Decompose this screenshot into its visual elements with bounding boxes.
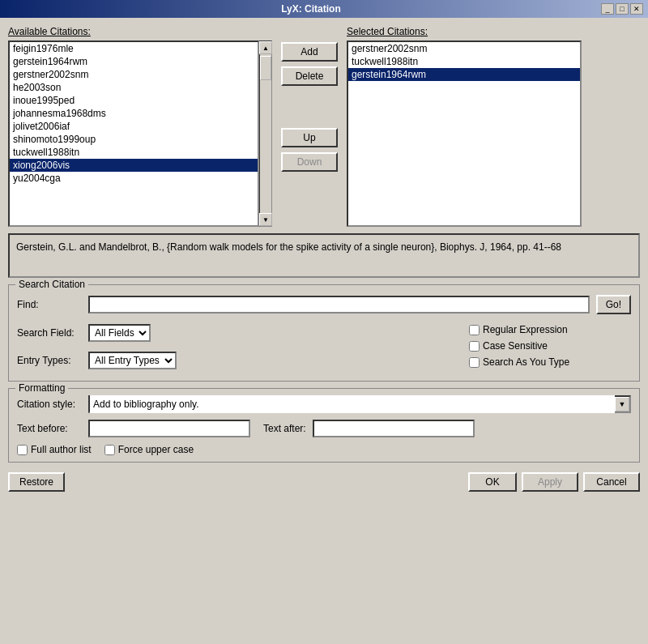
restore-button[interactable]: Restore	[8, 472, 65, 492]
case-sensitive-checkbox[interactable]	[469, 341, 480, 352]
dialog-body: Available Citations: feigin1976mle gerst…	[0, 18, 648, 644]
list-item[interactable]: gerstner2002snm	[10, 68, 258, 81]
entry-types-dropdown[interactable]: All Entry Types	[90, 353, 175, 368]
list-item[interactable]: tuckwell1988itn	[10, 146, 258, 159]
text-after-input[interactable]	[313, 420, 475, 437]
minimize-button[interactable]: _	[601, 3, 614, 15]
cancel-button[interactable]: Cancel	[583, 472, 640, 492]
selected-item[interactable]: tuckwell1988itn	[348, 55, 580, 68]
search-section: Search Citation Find: Go! Search Field: …	[8, 284, 640, 382]
text-after-label: Text after:	[263, 423, 306, 434]
list-item[interactable]: inoue1995ped	[10, 94, 258, 107]
search-as-you-type-row: Search As You Type	[469, 356, 631, 368]
search-as-you-type-checkbox[interactable]	[469, 357, 480, 368]
middle-buttons: Add Delete Up Down	[277, 26, 342, 172]
up-button[interactable]: Up	[281, 128, 338, 147]
bottom-right-buttons: OK Apply Cancel	[468, 472, 640, 492]
search-legend: Search Citation	[15, 279, 88, 290]
list-item[interactable]: shinomoto1999oup	[10, 133, 258, 146]
maximize-button[interactable]: □	[616, 3, 629, 15]
scroll-up-arrow[interactable]: ▲	[259, 41, 272, 54]
text-before-after-row: Text before: Text after:	[17, 420, 631, 437]
add-button[interactable]: Add	[281, 42, 338, 62]
bottom-bar: Restore OK Apply Cancel	[8, 469, 640, 492]
scroll-thumb[interactable]	[260, 56, 271, 80]
find-label: Find:	[17, 299, 82, 310]
list-item[interactable]: johannesma1968dms	[10, 107, 258, 120]
citation-style-dropdown-arrow[interactable]: ▼	[615, 397, 629, 412]
delete-button[interactable]: Delete	[281, 66, 338, 86]
list-item[interactable]: he2003son	[10, 81, 258, 94]
title-bar: LyX: Citation _ □ ✕	[0, 0, 648, 18]
text-before-input[interactable]	[88, 420, 250, 437]
search-field-label: Search Field:	[17, 327, 82, 339]
search-inner: Find: Go! Search Field: All Fields	[17, 292, 631, 374]
formatting-legend: Formatting	[15, 382, 68, 394]
selected-label: Selected Citations:	[347, 26, 582, 37]
search-as-you-type-label: Search As You Type	[483, 356, 569, 368]
citation-info-box: Gerstein, G.L. and Mandelbrot, B., {Rand…	[8, 233, 640, 278]
search-field-row: Search Field: All Fields	[17, 324, 461, 342]
citation-style-value: Add to bibliography only.	[90, 395, 615, 413]
available-scrollbar[interactable]: ▲ ▼	[259, 41, 272, 227]
full-author-list-label: Full author list	[31, 444, 92, 455]
entry-types-select[interactable]: All Entry Types	[88, 352, 177, 369]
available-citations-panel: Available Citations: feigin1976mle gerst…	[8, 26, 272, 227]
force-upper-case-label: Force upper case	[118, 444, 194, 455]
left-fields: Search Field: All Fields Entry Types: Al…	[17, 324, 461, 374]
available-label: Available Citations:	[8, 26, 272, 37]
find-input[interactable]	[88, 296, 590, 313]
selected-citations-panel: Selected Citations: gerstner2002snm tuck…	[347, 26, 582, 227]
search-field-select[interactable]: All Fields	[88, 324, 151, 342]
find-row: Find: Go!	[17, 295, 631, 314]
down-button[interactable]: Down	[281, 152, 338, 172]
scroll-down-arrow[interactable]: ▼	[259, 213, 272, 226]
text-before-label: Text before:	[17, 423, 82, 434]
title-bar-buttons: _ □ ✕	[601, 3, 643, 15]
entry-types-row: Entry Types: All Entry Types	[17, 352, 461, 369]
window-title: LyX: Citation	[21, 3, 601, 15]
full-author-list-row: Full author list	[17, 444, 92, 455]
bottom-checkboxes: Full author list Force upper case	[17, 444, 631, 455]
case-sensitive-label: Case Sensitive	[483, 340, 548, 352]
entry-types-label: Entry Types:	[17, 355, 82, 366]
list-item[interactable]: gerstein1964rwm	[10, 55, 258, 68]
right-fields: Regular Expression Case Sensitive Search…	[469, 324, 631, 368]
formatting-section: Formatting Citation style: Add to biblio…	[8, 388, 640, 463]
apply-button[interactable]: Apply	[522, 472, 578, 492]
citation-style-label: Citation style:	[17, 399, 82, 410]
list-item[interactable]: jolivet2006iaf	[10, 120, 258, 133]
ok-button[interactable]: OK	[468, 472, 517, 492]
selected-citations-list[interactable]: gerstner2002snm tuckwell1988itn gerstein…	[347, 41, 582, 227]
available-citations-list[interactable]: feigin1976mle gerstein1964rwm gerstner20…	[8, 41, 259, 227]
list-item[interactable]: feigin1976mle	[10, 42, 258, 55]
force-upper-case-row: Force upper case	[104, 444, 194, 455]
regular-expression-label: Regular Expression	[483, 324, 568, 335]
list-item-selected[interactable]: xiong2006vis	[10, 159, 258, 172]
citations-section: Available Citations: feigin1976mle gerst…	[8, 26, 640, 227]
full-author-list-checkbox[interactable]	[17, 445, 28, 455]
force-upper-case-checkbox[interactable]	[104, 445, 115, 455]
citation-style-row: Citation style: Add to bibliography only…	[17, 395, 631, 413]
search-options-row: Search Field: All Fields Entry Types: Al…	[17, 324, 631, 374]
selected-item-active[interactable]: gerstein1964rwm	[348, 68, 580, 81]
search-field-dropdown[interactable]: All Fields	[90, 326, 149, 340]
case-sensitive-row: Case Sensitive	[469, 340, 631, 352]
close-button[interactable]: ✕	[630, 3, 643, 15]
selected-item[interactable]: gerstner2002snm	[348, 42, 580, 55]
go-button[interactable]: Go!	[596, 295, 631, 314]
regular-expression-checkbox[interactable]	[469, 325, 480, 335]
list-item[interactable]: yu2004cga	[10, 172, 258, 185]
regular-expression-row: Regular Expression	[469, 324, 631, 335]
